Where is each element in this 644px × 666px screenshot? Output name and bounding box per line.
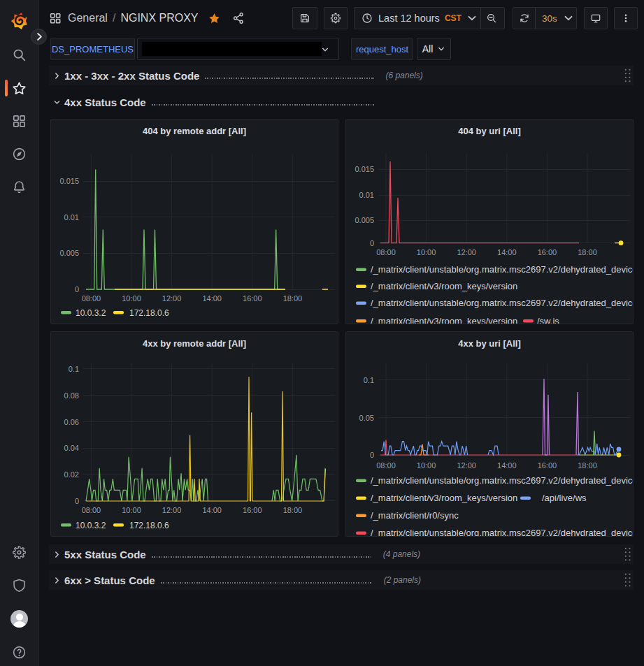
svg-text:14:00: 14:00 [202,506,222,514]
svg-text:/api/live/ws: /api/live/ws [542,493,587,503]
svg-text:18:00: 18:00 [283,294,303,303]
svg-text:172.18.0.6: 172.18.0.6 [129,308,169,318]
svg-text:0.02: 0.02 [64,470,79,479]
svg-text:/_matrix/client/v3/room_keys/v: /_matrix/client/v3/room_keys/version [371,493,517,503]
svg-text:0.015: 0.015 [355,165,374,173]
svg-text:14:00: 14:00 [497,461,517,470]
svg-text:10:00: 10:00 [417,248,436,256]
svg-text:10.0.3.2: 10.0.3.2 [76,521,106,530]
svg-text:0: 0 [75,497,79,505]
svg-text:16:00: 16:00 [243,294,262,303]
svg-text:0: 0 [370,451,374,459]
svg-text:/_matrix/client/unstable/org.m: /_matrix/client/unstable/org.matrix.msc2… [371,475,634,486]
svg-text:0.06: 0.06 [64,418,79,426]
svg-text:0.04: 0.04 [64,444,79,452]
svg-text:0.01: 0.01 [359,191,374,199]
svg-text:10:00: 10:00 [417,461,436,470]
svg-text:10:00: 10:00 [122,294,141,303]
svg-text:08:00: 08:00 [376,461,396,470]
svg-text:16:00: 16:00 [243,506,262,514]
svg-text:0: 0 [370,239,374,247]
svg-text:18:00: 18:00 [578,461,597,470]
svg-text:16:00: 16:00 [538,461,557,470]
svg-text:0.005: 0.005 [355,216,374,224]
svg-text:/_matrix/client/v3/room_keys/v: /_matrix/client/v3/room_keys/version [371,316,517,325]
svg-text:/_matrix/client/unstable/org.m: /_matrix/client/unstable/org.matrix.msc2… [371,528,634,537]
svg-text:10:00: 10:00 [122,506,141,514]
svg-text:0.1: 0.1 [364,376,374,384]
svg-text:0.015: 0.015 [59,177,79,185]
svg-text:12:00: 12:00 [457,461,476,470]
svg-text:/_matrix/client/r0/sync: /_matrix/client/r0/sync [371,510,459,521]
svg-text:08:00: 08:00 [82,294,101,303]
svg-text:/_matrix/client/unstable/org.m: /_matrix/client/unstable/org.matrix.msc2… [371,264,634,275]
svg-text:08:00: 08:00 [82,506,101,514]
svg-text:12:00: 12:00 [162,506,182,514]
svg-text:/sw.js: /sw.js [537,316,559,325]
svg-text:0.05: 0.05 [359,414,374,422]
svg-text:18:00: 18:00 [578,248,597,256]
svg-text:14:00: 14:00 [202,294,222,303]
svg-text:/_matrix/client/v3/room_keys/v: /_matrix/client/v3/room_keys/version [371,281,517,291]
svg-text:12:00: 12:00 [457,248,476,256]
svg-text:0.1: 0.1 [69,365,79,373]
svg-text:12:00: 12:00 [162,294,182,303]
svg-text:18:00: 18:00 [283,506,303,514]
svg-text:14:00: 14:00 [497,248,517,256]
svg-text:172.18.0.6: 172.18.0.6 [129,521,169,530]
svg-text:0: 0 [75,285,79,294]
svg-text:0.08: 0.08 [64,391,79,400]
svg-text:08:00: 08:00 [376,248,396,256]
svg-text:16:00: 16:00 [538,248,557,256]
svg-text:0.005: 0.005 [59,249,79,257]
svg-text:/_matrix/client/unstable/org.m: /_matrix/client/unstable/org.matrix.msc2… [371,298,634,308]
svg-text:0.01: 0.01 [64,213,79,222]
svg-text:10.0.3.2: 10.0.3.2 [76,308,106,318]
